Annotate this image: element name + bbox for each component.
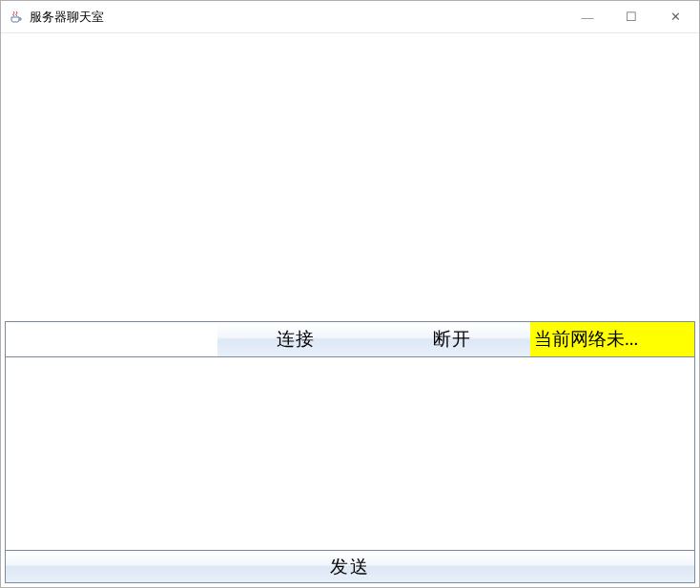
connect-button[interactable]: 连接: [217, 322, 374, 356]
content-pane: 连接 断开 当前网络未... 发送: [1, 33, 699, 587]
disconnect-button-label: 断开: [433, 327, 471, 352]
send-button-label: 发送: [330, 557, 370, 577]
disconnect-button[interactable]: 断开: [374, 322, 530, 356]
address-input[interactable]: [6, 322, 217, 356]
send-button[interactable]: 发送: [6, 551, 694, 582]
close-icon: ✕: [670, 10, 681, 25]
window-title: 服务器聊天室: [30, 9, 104, 26]
titlebar[interactable]: 服务器聊天室 — ☐ ✕: [1, 1, 699, 33]
status-label: 当前网络未...: [530, 322, 694, 356]
maximize-icon: ☐: [626, 10, 637, 25]
chat-log-area[interactable]: [5, 37, 695, 321]
connect-button-label: 连接: [277, 327, 315, 352]
app-window: 服务器聊天室 — ☐ ✕ 连接 断开 当前网络未... 发送: [0, 0, 700, 588]
maximize-button[interactable]: ☐: [609, 3, 653, 31]
java-cup-icon: [9, 10, 24, 25]
close-button[interactable]: ✕: [653, 3, 697, 31]
message-input-area[interactable]: [5, 357, 695, 551]
send-row: 发送: [5, 551, 695, 583]
minimize-icon: —: [582, 10, 594, 25]
connection-row: 连接 断开 当前网络未...: [5, 321, 695, 357]
minimize-button[interactable]: —: [566, 3, 609, 31]
